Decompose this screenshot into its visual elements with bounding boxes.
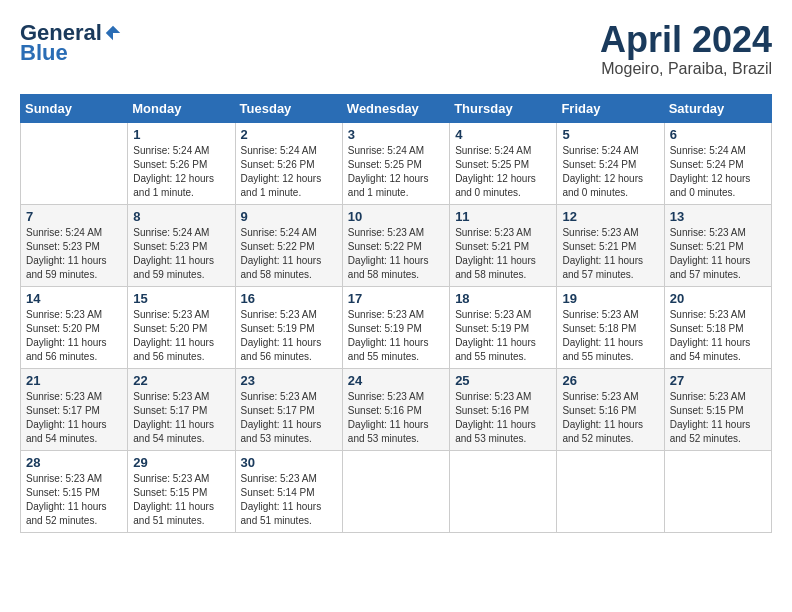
weekday-header-sunday: Sunday <box>21 94 128 122</box>
day-info: Sunrise: 5:23 AMSunset: 5:17 PMDaylight:… <box>241 390 337 446</box>
day-info: Sunrise: 5:24 AMSunset: 5:25 PMDaylight:… <box>348 144 444 200</box>
day-number: 14 <box>26 291 122 306</box>
day-number: 4 <box>455 127 551 142</box>
calendar-cell: 13Sunrise: 5:23 AMSunset: 5:21 PMDayligh… <box>664 204 771 286</box>
calendar-cell: 14Sunrise: 5:23 AMSunset: 5:20 PMDayligh… <box>21 286 128 368</box>
day-number: 20 <box>670 291 766 306</box>
calendar-table: SundayMondayTuesdayWednesdayThursdayFrid… <box>20 94 772 533</box>
weekday-header-tuesday: Tuesday <box>235 94 342 122</box>
weekday-header-wednesday: Wednesday <box>342 94 449 122</box>
calendar-cell: 3Sunrise: 5:24 AMSunset: 5:25 PMDaylight… <box>342 122 449 204</box>
calendar-cell: 22Sunrise: 5:23 AMSunset: 5:17 PMDayligh… <box>128 368 235 450</box>
day-info: Sunrise: 5:24 AMSunset: 5:24 PMDaylight:… <box>670 144 766 200</box>
day-info: Sunrise: 5:23 AMSunset: 5:17 PMDaylight:… <box>133 390 229 446</box>
calendar-cell <box>664 450 771 532</box>
day-number: 17 <box>348 291 444 306</box>
calendar-cell: 6Sunrise: 5:24 AMSunset: 5:24 PMDaylight… <box>664 122 771 204</box>
logo: General Blue <box>20 20 122 66</box>
weekday-header-thursday: Thursday <box>450 94 557 122</box>
day-number: 5 <box>562 127 658 142</box>
calendar-cell: 11Sunrise: 5:23 AMSunset: 5:21 PMDayligh… <box>450 204 557 286</box>
calendar-cell <box>342 450 449 532</box>
day-number: 11 <box>455 209 551 224</box>
day-info: Sunrise: 5:23 AMSunset: 5:16 PMDaylight:… <box>562 390 658 446</box>
day-info: Sunrise: 5:23 AMSunset: 5:19 PMDaylight:… <box>348 308 444 364</box>
day-info: Sunrise: 5:23 AMSunset: 5:21 PMDaylight:… <box>455 226 551 282</box>
calendar-cell: 12Sunrise: 5:23 AMSunset: 5:21 PMDayligh… <box>557 204 664 286</box>
day-info: Sunrise: 5:23 AMSunset: 5:16 PMDaylight:… <box>348 390 444 446</box>
day-info: Sunrise: 5:23 AMSunset: 5:20 PMDaylight:… <box>26 308 122 364</box>
day-info: Sunrise: 5:23 AMSunset: 5:20 PMDaylight:… <box>133 308 229 364</box>
day-info: Sunrise: 5:23 AMSunset: 5:19 PMDaylight:… <box>455 308 551 364</box>
day-number: 7 <box>26 209 122 224</box>
day-info: Sunrise: 5:24 AMSunset: 5:24 PMDaylight:… <box>562 144 658 200</box>
day-info: Sunrise: 5:23 AMSunset: 5:14 PMDaylight:… <box>241 472 337 528</box>
calendar-cell: 30Sunrise: 5:23 AMSunset: 5:14 PMDayligh… <box>235 450 342 532</box>
day-number: 6 <box>670 127 766 142</box>
calendar-cell: 1Sunrise: 5:24 AMSunset: 5:26 PMDaylight… <box>128 122 235 204</box>
day-number: 22 <box>133 373 229 388</box>
logo-blue-text: Blue <box>20 40 68 66</box>
weekday-header-friday: Friday <box>557 94 664 122</box>
day-info: Sunrise: 5:23 AMSunset: 5:18 PMDaylight:… <box>670 308 766 364</box>
day-number: 9 <box>241 209 337 224</box>
calendar-cell: 2Sunrise: 5:24 AMSunset: 5:26 PMDaylight… <box>235 122 342 204</box>
day-number: 29 <box>133 455 229 470</box>
calendar-cell: 18Sunrise: 5:23 AMSunset: 5:19 PMDayligh… <box>450 286 557 368</box>
day-number: 16 <box>241 291 337 306</box>
day-info: Sunrise: 5:23 AMSunset: 5:16 PMDaylight:… <box>455 390 551 446</box>
calendar-cell: 21Sunrise: 5:23 AMSunset: 5:17 PMDayligh… <box>21 368 128 450</box>
day-info: Sunrise: 5:24 AMSunset: 5:22 PMDaylight:… <box>241 226 337 282</box>
day-info: Sunrise: 5:23 AMSunset: 5:22 PMDaylight:… <box>348 226 444 282</box>
calendar-cell: 19Sunrise: 5:23 AMSunset: 5:18 PMDayligh… <box>557 286 664 368</box>
day-number: 1 <box>133 127 229 142</box>
day-number: 3 <box>348 127 444 142</box>
day-number: 19 <box>562 291 658 306</box>
weekday-header-row: SundayMondayTuesdayWednesdayThursdayFrid… <box>21 94 772 122</box>
month-title: April 2024 <box>600 20 772 60</box>
day-number: 27 <box>670 373 766 388</box>
calendar-cell: 20Sunrise: 5:23 AMSunset: 5:18 PMDayligh… <box>664 286 771 368</box>
calendar-cell: 29Sunrise: 5:23 AMSunset: 5:15 PMDayligh… <box>128 450 235 532</box>
calendar-cell: 25Sunrise: 5:23 AMSunset: 5:16 PMDayligh… <box>450 368 557 450</box>
day-info: Sunrise: 5:23 AMSunset: 5:15 PMDaylight:… <box>26 472 122 528</box>
day-number: 12 <box>562 209 658 224</box>
day-number: 23 <box>241 373 337 388</box>
location-text: Mogeiro, Paraiba, Brazil <box>600 60 772 78</box>
day-number: 28 <box>26 455 122 470</box>
calendar-week-row: 7Sunrise: 5:24 AMSunset: 5:23 PMDaylight… <box>21 204 772 286</box>
title-block: April 2024 Mogeiro, Paraiba, Brazil <box>600 20 772 78</box>
calendar-cell <box>450 450 557 532</box>
day-number: 25 <box>455 373 551 388</box>
day-number: 21 <box>26 373 122 388</box>
weekday-header-monday: Monday <box>128 94 235 122</box>
calendar-cell: 28Sunrise: 5:23 AMSunset: 5:15 PMDayligh… <box>21 450 128 532</box>
day-info: Sunrise: 5:23 AMSunset: 5:18 PMDaylight:… <box>562 308 658 364</box>
day-number: 8 <box>133 209 229 224</box>
weekday-header-saturday: Saturday <box>664 94 771 122</box>
calendar-cell: 16Sunrise: 5:23 AMSunset: 5:19 PMDayligh… <box>235 286 342 368</box>
day-info: Sunrise: 5:24 AMSunset: 5:23 PMDaylight:… <box>133 226 229 282</box>
logo-icon <box>104 24 122 42</box>
calendar-cell: 5Sunrise: 5:24 AMSunset: 5:24 PMDaylight… <box>557 122 664 204</box>
calendar-cell: 9Sunrise: 5:24 AMSunset: 5:22 PMDaylight… <box>235 204 342 286</box>
day-number: 10 <box>348 209 444 224</box>
day-number: 13 <box>670 209 766 224</box>
day-info: Sunrise: 5:23 AMSunset: 5:21 PMDaylight:… <box>562 226 658 282</box>
calendar-week-row: 1Sunrise: 5:24 AMSunset: 5:26 PMDaylight… <box>21 122 772 204</box>
day-info: Sunrise: 5:23 AMSunset: 5:15 PMDaylight:… <box>670 390 766 446</box>
day-info: Sunrise: 5:23 AMSunset: 5:21 PMDaylight:… <box>670 226 766 282</box>
calendar-cell: 10Sunrise: 5:23 AMSunset: 5:22 PMDayligh… <box>342 204 449 286</box>
page-header: General Blue April 2024 Mogeiro, Paraiba… <box>20 20 772 78</box>
day-number: 2 <box>241 127 337 142</box>
day-number: 18 <box>455 291 551 306</box>
day-number: 30 <box>241 455 337 470</box>
calendar-cell: 27Sunrise: 5:23 AMSunset: 5:15 PMDayligh… <box>664 368 771 450</box>
svg-marker-0 <box>106 26 120 40</box>
calendar-cell <box>557 450 664 532</box>
calendar-week-row: 21Sunrise: 5:23 AMSunset: 5:17 PMDayligh… <box>21 368 772 450</box>
calendar-cell: 24Sunrise: 5:23 AMSunset: 5:16 PMDayligh… <box>342 368 449 450</box>
calendar-cell: 4Sunrise: 5:24 AMSunset: 5:25 PMDaylight… <box>450 122 557 204</box>
calendar-week-row: 28Sunrise: 5:23 AMSunset: 5:15 PMDayligh… <box>21 450 772 532</box>
calendar-cell <box>21 122 128 204</box>
